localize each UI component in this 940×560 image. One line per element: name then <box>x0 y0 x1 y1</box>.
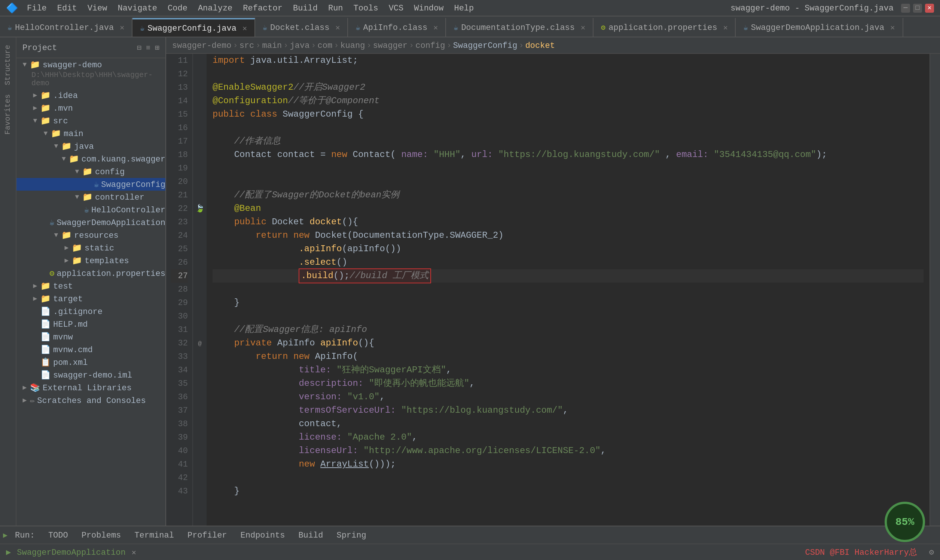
run-button[interactable]: Run: <box>9 529 41 541</box>
tab-application-properties[interactable]: ⚙ application.properties ✕ <box>593 18 736 37</box>
tree-target[interactable]: ▶ 📁 target <box>17 292 165 305</box>
menu-vcs[interactable]: VCS <box>384 2 408 14</box>
tab-close-icon[interactable]: ✕ <box>433 23 438 32</box>
tree-mvn[interactable]: ▶ 📁 .mvn <box>17 102 165 114</box>
tree-hello-controller[interactable]: ☕ HelloController <box>17 203 165 216</box>
tab-close-icon[interactable]: ✕ <box>120 23 124 32</box>
tree-resources[interactable]: ▼ 📁 resources <box>17 229 165 242</box>
code-text: , <box>600 444 606 458</box>
breadcrumb-part: docket <box>525 41 555 50</box>
minimize-button[interactable]: ─ <box>901 3 910 12</box>
menu-refactor[interactable]: Refactor <box>238 2 287 14</box>
folder-icon: 📁 <box>40 91 51 100</box>
close-button[interactable]: ✕ <box>925 3 934 12</box>
tree-external-libraries[interactable]: ▶ 📚 External Libraries <box>17 381 165 394</box>
settings-icon[interactable]: ⚙ <box>929 547 934 557</box>
code-area[interactable]: import java.util.ArrayList; @EnableSwagg… <box>207 54 929 526</box>
code-line <box>213 162 923 175</box>
xml-file-icon: 📋 <box>40 357 51 367</box>
tab-close-icon[interactable]: ✕ <box>890 23 895 32</box>
breadcrumb-part: SwaggerConfig <box>453 41 517 50</box>
build-button[interactable]: Build <box>292 529 329 541</box>
terminal-button[interactable]: Terminal <box>128 529 180 541</box>
tree-test[interactable]: ▶ 📁 test <box>17 280 165 292</box>
gutter-line <box>193 81 207 94</box>
line-num: 33 <box>171 350 188 363</box>
indent <box>213 404 299 417</box>
keyword: new <box>293 350 315 363</box>
gutter-line <box>193 67 207 81</box>
menu-build[interactable]: Build <box>289 2 322 14</box>
editor-scroll[interactable]: 11 12 13 14 15 16 17 18 19 20 21 22 23 2… <box>166 54 940 526</box>
run-app-label: SwaggerDemoApplication <box>17 548 125 557</box>
tab-close-icon[interactable]: ✕ <box>242 23 247 32</box>
file-icon: 📄 <box>40 306 51 316</box>
tree-src[interactable]: ▼ 📁 src <box>17 114 165 127</box>
tree-pom-xml[interactable]: 📋 pom.xml <box>17 356 165 369</box>
tab-apiinfo[interactable]: ☕ ApiInfo.class ✕ <box>348 18 446 37</box>
menu-edit[interactable]: Edit <box>53 2 82 14</box>
tree-swagger-config[interactable]: ☕ SwaggerConfig <box>17 178 165 191</box>
tree-item-label: static <box>85 243 114 252</box>
endpoints-button[interactable]: Endpoints <box>235 529 291 541</box>
tree-config[interactable]: ▼ 📁 config <box>17 165 165 178</box>
tree-java[interactable]: ▼ 📁 java <box>17 140 165 152</box>
menu-navigate[interactable]: Navigate <box>113 2 162 14</box>
gutter-line <box>193 135 207 148</box>
tree-mvnw-cmd[interactable]: 📄 mvnw.cmd <box>17 343 165 356</box>
tab-documentation-type[interactable]: ☕ DocumentationType.class ✕ <box>446 18 593 37</box>
menu-code[interactable]: Code <box>163 2 192 14</box>
profiler-button[interactable]: Profiler <box>182 529 233 541</box>
tab-docket[interactable]: ☕ Docket.class ✕ <box>255 18 348 37</box>
run-close[interactable]: ✕ <box>132 548 136 557</box>
code-line <box>213 471 923 485</box>
tab-hello-controller[interactable]: ☕ HelloController.java ✕ <box>0 18 133 37</box>
folder-icon: 📁 <box>82 167 93 177</box>
tree-idea[interactable]: ▶ 📁 .idea <box>17 89 165 102</box>
tree-com-kuang[interactable]: ▼ 📁 com.kuang.swagger <box>17 152 165 165</box>
tree-mvnw[interactable]: 📄 mvnw <box>17 331 165 343</box>
tab-close-icon[interactable]: ✕ <box>723 23 728 32</box>
menu-window[interactable]: Window <box>409 2 448 14</box>
annotation: @Configuration <box>213 94 288 108</box>
line-num: 15 <box>171 108 188 121</box>
menu-run[interactable]: Run <box>324 2 347 14</box>
tab-close-icon[interactable]: ✕ <box>581 23 585 32</box>
indent <box>213 431 299 444</box>
todo-button[interactable]: TODO <box>42 529 74 541</box>
tree-swagger-demo-iml[interactable]: 📄 swagger-demo.iml <box>17 369 165 381</box>
tree-scratches[interactable]: ▶ ✏ Scratches and Consoles <box>17 394 165 407</box>
menu-tools[interactable]: Tools <box>349 2 383 14</box>
menu-analyze[interactable]: Analyze <box>193 2 237 14</box>
spring-button[interactable]: Spring <box>330 529 372 541</box>
line-num: 16 <box>171 121 188 135</box>
tree-main[interactable]: ▼ 📁 main <box>17 127 165 140</box>
string: "即使再小的帆也能远航" <box>369 377 470 390</box>
tree-arrow: ▶ <box>30 104 40 112</box>
tree-gitignore[interactable]: 📄 .gitignore <box>17 305 165 318</box>
gutter-line <box>193 121 207 135</box>
breadcrumb-part: swagger <box>373 41 407 50</box>
tree-static[interactable]: ▶ 📁 static <box>17 242 165 254</box>
favorites-tab[interactable]: Favorites <box>2 90 14 139</box>
tree-controller[interactable]: ▼ 📁 controller <box>17 191 165 203</box>
menu-help[interactable]: Help <box>449 2 478 14</box>
tree-root[interactable]: ▼ 📁 swagger-demo <box>17 58 165 71</box>
tree-swagger-demo-app[interactable]: ☕ SwaggerDemoApplication <box>17 216 165 229</box>
maximize-button[interactable]: □ <box>913 3 922 12</box>
root-path: D:\HHH\Desktop\HHH\swagger-demo <box>17 71 165 89</box>
java-icon: ☕ <box>454 23 458 32</box>
menu-file[interactable]: File <box>22 2 51 14</box>
tree-app-properties[interactable]: ⚙ application.properties <box>17 267 165 280</box>
tab-close-icon[interactable]: ✕ <box>335 23 340 32</box>
tab-swagger-demo-app[interactable]: ☕ SwaggerDemoApplication.java ✕ <box>736 18 903 37</box>
structure-tab[interactable]: Structure <box>2 40 14 90</box>
tree-arrow: ▶ <box>61 257 72 265</box>
tree-help-md[interactable]: 📄 HELP.md <box>17 318 165 331</box>
tab-swagger-config[interactable]: ☕ SwaggerConfig.java ✕ <box>133 18 255 37</box>
menu-view[interactable]: View <box>83 2 112 14</box>
breadcrumb-separator: › <box>256 41 261 50</box>
indent <box>213 296 234 309</box>
problems-button[interactable]: Problems <box>76 529 127 541</box>
tree-templates[interactable]: ▶ 📁 templates <box>17 254 165 267</box>
